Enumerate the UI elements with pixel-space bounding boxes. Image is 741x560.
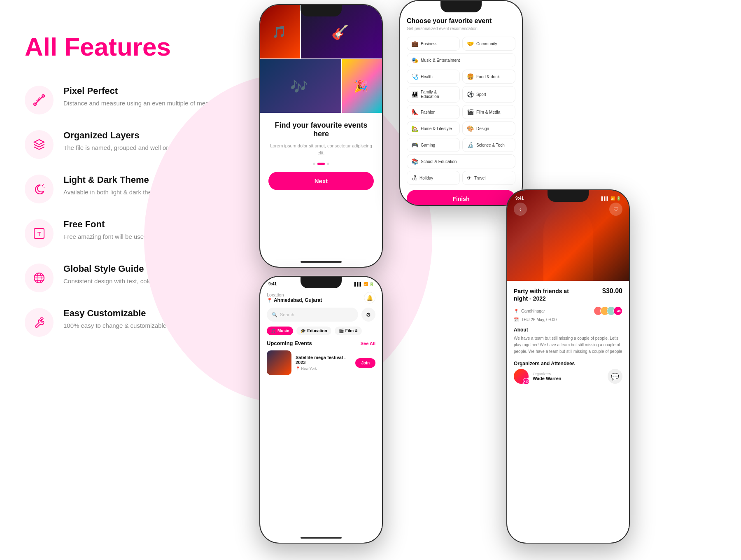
cat-science-tech[interactable]: 🔬 Science & Tech xyxy=(462,138,515,152)
food-icon: 🍔 xyxy=(467,73,474,80)
cat-gaming-label: Gaming xyxy=(421,143,435,147)
gaming-icon: 🎮 xyxy=(411,142,418,148)
p2-cat-film[interactable]: 🎬 Film & xyxy=(335,327,362,335)
svg-point-7 xyxy=(43,184,44,185)
education-cat-icon: 🎓 xyxy=(301,329,305,333)
cat-sport[interactable]: ⚽ Sport xyxy=(462,86,515,103)
rp2-nav-buttons: ‹ ♡ xyxy=(507,203,629,216)
p2-location-value: 📍 Ahmedabad, Gujarat xyxy=(267,297,322,303)
photo-grid: 🎵 🎸 🎶 🎉 xyxy=(260,5,382,113)
rp2-chat-button[interactable]: 💬 xyxy=(608,369,622,384)
phone-2-notch xyxy=(301,277,342,288)
phone-2-home-bar xyxy=(301,537,342,539)
community-icon: 🤝 xyxy=(467,40,474,47)
pixel-perfect-icon-circle xyxy=(25,86,54,114)
photo-4: 🎉 xyxy=(342,59,382,113)
p2-see-all[interactable]: See All xyxy=(361,341,375,346)
p2-bell-button[interactable]: 🔔 xyxy=(364,292,375,303)
rp2-battery: 🔋 xyxy=(616,196,621,201)
cat-community[interactable]: 🤝 Community xyxy=(462,37,515,51)
p2-filter-button[interactable]: ⚙ xyxy=(361,308,375,322)
free-font-text: Free Font Free amazing font will be used… xyxy=(63,219,149,242)
p2-event-card: Satellite mega festival - 2023 📍 New Yor… xyxy=(260,350,382,375)
p2-cat-education[interactable]: 🎓 Education xyxy=(296,327,331,335)
phone-onboarding-screen: 🎵 🎸 🎶 🎉 xyxy=(260,5,382,267)
cat-school-education[interactable]: 📚 School & Education xyxy=(407,154,515,168)
rp2-event-price: $30.00 xyxy=(602,287,622,295)
p2-categories: 🎵 Music 🎓 Education 🎬 Film & xyxy=(260,327,382,340)
cat-family-label: Family & Education xyxy=(421,90,455,99)
cat-music-entertainment[interactable]: 🎭 Music & Entertaiment xyxy=(407,53,515,67)
dot-1 xyxy=(313,163,315,165)
rp2-event-title: Party with friends at night - 2022 xyxy=(514,287,580,302)
cat-travel[interactable]: ✈ Travel xyxy=(462,171,515,185)
photo-1: 🎵 xyxy=(260,5,300,58)
free-font-desc: Free amazing font will be used. xyxy=(63,232,149,242)
p2-event-image xyxy=(267,350,291,375)
event-loc-icon: 📍 xyxy=(296,366,300,371)
cat-home-lifestyle[interactable]: 🏡 Home & Lifestyle xyxy=(407,121,460,135)
rp2-date-row: 📅 THU 26 May, 09:00 xyxy=(514,317,622,322)
p2-cat-music[interactable]: 🎵 Music xyxy=(267,327,293,335)
svg-text:🎵: 🎵 xyxy=(272,25,287,39)
p2-location-label: Location xyxy=(267,292,322,297)
p2-event-title: Satellite mega festival - 2023 xyxy=(296,355,351,365)
cat-health[interactable]: 🩺 Health xyxy=(407,70,460,84)
phone-home-bar xyxy=(301,261,342,263)
organized-layers-icon-circle xyxy=(25,130,54,159)
rp2-signal: ▌▌▌ xyxy=(601,196,609,201)
music-cat-icon: 🎵 xyxy=(271,329,276,333)
p2-section-title: Upcoming Events xyxy=(267,340,312,346)
cat-home-label: Home & Lifestyle xyxy=(421,126,452,131)
cat-design-label: Design xyxy=(476,126,489,131)
rp2-time: 9:41 xyxy=(515,196,524,201)
pixel-perfect-icon xyxy=(32,93,47,107)
svg-text:🎶: 🎶 xyxy=(290,78,308,95)
cat-science-label: Science & Tech xyxy=(476,143,505,147)
cat-business[interactable]: 💼 Business xyxy=(407,37,460,51)
rp2-wifi: 📶 xyxy=(611,196,615,201)
p2-event-info: Satellite mega festival - 2023 📍 New Yor… xyxy=(296,355,351,371)
light-dark-desc: Available in both light & dark theme. xyxy=(63,188,162,197)
rp2-org-left: +15 Organizers Wade Warren xyxy=(514,369,561,384)
cat-holiday[interactable]: 🏖 Holiday xyxy=(407,171,460,185)
finish-button[interactable]: Finish xyxy=(407,190,515,205)
rp2-notch xyxy=(548,190,589,202)
rp2-back-button[interactable]: ‹ xyxy=(514,203,527,216)
p2-search-row: 🔍 Search ⚙ xyxy=(260,308,382,327)
rp2-org-avatar: +15 xyxy=(514,369,529,384)
cat-family-education[interactable]: 👨‍👩‍👧 Family & Education xyxy=(407,86,460,103)
cat-design[interactable]: 🎨 Design xyxy=(462,121,515,135)
cat-film-label: Film & Media xyxy=(476,110,500,114)
sport-icon: ⚽ xyxy=(467,91,474,98)
cat-sport-label: Sport xyxy=(476,92,486,97)
cat-gaming[interactable]: 🎮 Gaming xyxy=(407,138,460,152)
cat-food[interactable]: 🍔 Food & drink xyxy=(462,70,515,84)
rp2-event-meta: 📍 Gandhinagar +40 📅 THU 26 May, 09:00 xyxy=(514,306,622,322)
family-icon: 👨‍👩‍👧 xyxy=(411,91,418,98)
cat-music-ent-label: Music & Entertaiment xyxy=(421,58,460,63)
photo-cell-1: 🎵 xyxy=(260,5,300,58)
cat-film-media[interactable]: 🎬 Film & Media xyxy=(462,105,515,119)
phone-home-screen: 9:41 ▌▌▌ 📶 🔋 Location 📍 Ahmedabad, Gujar… xyxy=(260,277,382,543)
next-button[interactable]: Next xyxy=(268,172,374,190)
rp2-favorite-button[interactable]: ♡ xyxy=(609,203,622,216)
cat-fashion-label: Fashion xyxy=(421,110,436,114)
free-font-title: Free Font xyxy=(63,219,149,230)
rp1-category-grid: 💼 Business 🤝 Community 🎭 Music & Enterta… xyxy=(407,37,515,185)
customizable-text: Easy Customizable 100% easy to change & … xyxy=(63,308,168,331)
p2-search-box[interactable]: 🔍 Search xyxy=(267,308,358,322)
rp1-subtitle: Get personalized event recomendation. xyxy=(407,26,515,31)
holiday-icon: 🏖 xyxy=(411,175,417,181)
phone-onboarding: 🎵 🎸 🎶 🎉 xyxy=(259,4,383,268)
cat-fashion[interactable]: 👠 Fashion xyxy=(407,105,460,119)
music-ent-icon: 🎭 xyxy=(411,57,418,63)
customizable-icon-circle xyxy=(25,308,54,337)
right-section: Choose your favorite event Get personali… xyxy=(399,0,741,560)
photo-cell-4: 🎉 xyxy=(342,59,382,113)
p2-location-row: Location 📍 Ahmedabad, Gujarat 🔔 xyxy=(260,289,382,308)
cat-health-label: Health xyxy=(421,75,433,79)
light-dark-title: Light & Dark Theme xyxy=(63,175,162,185)
rp2-org-role: Organizers xyxy=(533,372,561,376)
p2-join-button[interactable]: Join xyxy=(355,358,375,368)
